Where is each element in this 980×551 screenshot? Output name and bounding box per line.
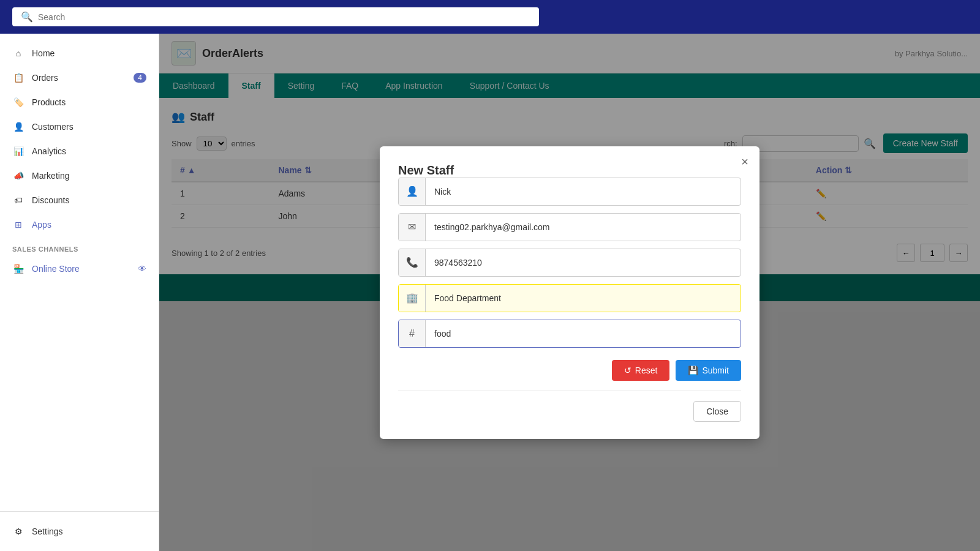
online-store-label: Online Store xyxy=(32,264,80,274)
reset-icon: ↺ xyxy=(624,365,631,375)
settings-label: Settings xyxy=(32,527,63,536)
sidebar-item-label: Marketing xyxy=(32,171,69,181)
sidebar-item-products[interactable]: 🏷️ Products xyxy=(0,90,159,114)
sidebar-nav: ⌂ Home 📋 Orders 4 🏷️ Products 👤 Customer… xyxy=(0,34,159,288)
content-area: ✉️ OrderAlerts by Parkhya Solutio... Das… xyxy=(159,34,980,551)
phone-input[interactable] xyxy=(426,252,741,274)
modal-divider xyxy=(398,391,741,391)
search-box[interactable]: 🔍 xyxy=(12,7,539,26)
department-icon: 🏢 xyxy=(399,285,426,312)
submit-label: Submit xyxy=(702,365,729,375)
sidebar-item-label: Home xyxy=(32,48,55,58)
top-bar: 🔍 xyxy=(0,0,980,34)
search-input[interactable] xyxy=(38,12,530,22)
email-input[interactable] xyxy=(426,216,741,238)
search-icon: 🔍 xyxy=(21,11,33,23)
phone-icon: 📞 xyxy=(399,249,426,276)
reset-label: Reset xyxy=(635,365,658,375)
sidebar-bottom: ⚙ Settings xyxy=(0,511,159,551)
tag-icon: # xyxy=(399,320,426,347)
phone-field: 📞 xyxy=(398,249,741,277)
email-field: ✉ xyxy=(398,213,741,241)
home-icon: ⌂ xyxy=(12,47,24,59)
tag-input[interactable] xyxy=(426,323,741,345)
sidebar-item-apps[interactable]: ⊞ Apps xyxy=(0,212,159,237)
submit-button[interactable]: 💾 Submit xyxy=(676,360,741,381)
sidebar: ⌂ Home 📋 Orders 4 🏷️ Products 👤 Customer… xyxy=(0,34,159,551)
new-staff-modal: New Staff × 👤 ✉ 📞 xyxy=(380,146,760,439)
name-input[interactable] xyxy=(426,181,741,203)
submit-icon: 💾 xyxy=(688,365,698,375)
sidebar-item-orders[interactable]: 📋 Orders 4 xyxy=(0,66,159,90)
sidebar-item-analytics[interactable]: 📊 Analytics xyxy=(0,139,159,163)
sidebar-item-label: Discounts xyxy=(32,195,69,205)
orders-icon: 📋 xyxy=(12,72,24,84)
department-input[interactable] xyxy=(426,287,741,309)
sidebar-item-label: Apps xyxy=(32,220,51,230)
orders-badge: 4 xyxy=(134,73,146,83)
discounts-icon: 🏷 xyxy=(12,194,24,206)
online-store-icon: 🏪 xyxy=(12,263,24,275)
name-field: 👤 xyxy=(398,178,741,206)
sidebar-item-marketing[interactable]: 📣 Marketing xyxy=(0,163,159,188)
app-background: ✉️ OrderAlerts by Parkhya Solutio... Das… xyxy=(159,34,980,551)
apps-icon: ⊞ xyxy=(12,219,24,231)
sidebar-item-home[interactable]: ⌂ Home xyxy=(0,41,159,66)
sidebar-item-label: Orders xyxy=(32,73,58,83)
sidebar-item-label: Customers xyxy=(32,122,74,132)
sidebar-item-discounts[interactable]: 🏷 Discounts xyxy=(0,188,159,212)
sidebar-item-label: Analytics xyxy=(32,146,66,156)
products-icon: 🏷️ xyxy=(12,96,24,108)
modal-title: New Staff xyxy=(398,163,454,177)
marketing-icon: 📣 xyxy=(12,170,24,182)
customers-icon: 👤 xyxy=(12,121,24,133)
close-button[interactable]: Close xyxy=(693,401,741,422)
main-layout: ⌂ Home 📋 Orders 4 🏷️ Products 👤 Customer… xyxy=(0,34,980,551)
reset-button[interactable]: ↺ Reset xyxy=(612,360,670,381)
user-icon: 👤 xyxy=(399,178,426,205)
modal-overlay: New Staff × 👤 ✉ 📞 xyxy=(159,34,980,551)
sidebar-item-online-store[interactable]: 🏪 Online Store 👁 xyxy=(0,257,159,281)
analytics-icon: 📊 xyxy=(12,145,24,157)
sidebar-item-settings[interactable]: ⚙ Settings xyxy=(0,519,159,544)
tag-field: # xyxy=(398,320,741,348)
department-field: 🏢 xyxy=(398,284,741,312)
email-icon: ✉ xyxy=(399,214,426,241)
sidebar-item-customers[interactable]: 👤 Customers xyxy=(0,114,159,139)
settings-icon: ⚙ xyxy=(12,525,24,538)
sidebar-item-label: Products xyxy=(32,97,66,107)
modal-actions: ↺ Reset 💾 Submit xyxy=(398,360,741,381)
sales-channels-title: SALES CHANNELS xyxy=(0,237,159,257)
modal-close-button[interactable]: × xyxy=(741,155,748,169)
eye-icon: 👁 xyxy=(138,264,146,274)
